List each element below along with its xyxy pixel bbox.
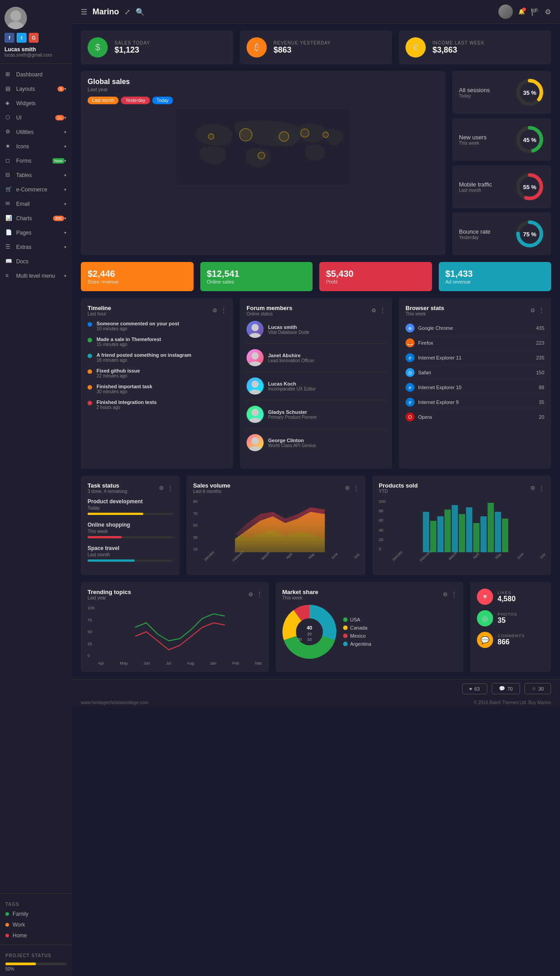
forum-settings-icon[interactable]: ⚙	[371, 307, 376, 314]
task-shopping-sublabel: This week	[88, 529, 173, 534]
browser-panel: Browser stats This week ⚙ ⋮ ⊕ Google Chr…	[399, 298, 551, 469]
task-item-shopping: Online shopping This week	[88, 522, 173, 538]
menu-icon[interactable]: ☰	[81, 8, 87, 16]
tag-label-home: Home	[13, 932, 27, 939]
forum-more-icon[interactable]: ⋮	[380, 307, 385, 314]
tag-label-work: Work	[13, 922, 25, 928]
sidebar-item-email[interactable]: ✉Email▾	[0, 197, 72, 211]
sidebar-item-dashboard[interactable]: ⊞Dashboard	[0, 67, 72, 82]
global-sales-title: Global sales	[88, 78, 439, 86]
trending-subtitle: Last year	[88, 595, 131, 600]
sidebar-item-layouts[interactable]: ▤Layouts9▾	[0, 82, 72, 96]
market-actions: ⚙ ⋮	[443, 591, 457, 598]
sidebar-item-extras[interactable]: ☰Extras▾	[0, 240, 72, 254]
timeline-item-3: A friend posted something on instagram 1…	[88, 352, 226, 363]
sales-vol-more-icon[interactable]: ⋮	[353, 485, 359, 491]
notification-bell[interactable]: 🔔	[518, 9, 525, 15]
layouts-icon: ▤	[5, 85, 13, 93]
task-more-icon[interactable]: ⋮	[168, 485, 173, 491]
revenue-value: $863	[273, 45, 331, 55]
project-progress-label: 50%	[5, 967, 66, 972]
donut-users-value: 45 %	[523, 136, 537, 143]
google-icon[interactable]: G	[29, 33, 39, 43]
topbar-search-icon[interactable]: 🔍	[136, 8, 145, 16]
metric-sessions-label: All sessions	[459, 87, 490, 93]
member-title-1: Vital Database Dude	[268, 330, 309, 335]
market-settings-icon[interactable]: ⚙	[443, 591, 448, 598]
trending-chart-area: Apr May Jun Jul Aug Jan Feb Mar	[98, 605, 262, 665]
sidebar-item-widgets[interactable]: ◈Widgets	[0, 96, 72, 111]
sidebar-item-multilevel[interactable]: ≡Multi level menu▾	[0, 269, 72, 283]
sidebar-item-tables[interactable]: ⊟Tables▾	[0, 168, 72, 182]
comment-action-btn[interactable]: 💬 70	[492, 683, 520, 694]
likes-label: LIKES	[498, 590, 516, 595]
like-action-btn[interactable]: ♥ 63	[462, 683, 487, 694]
sidebar-item-ui[interactable]: ⬡UI21▾	[0, 111, 72, 125]
twitter-icon[interactable]: t	[17, 33, 26, 43]
svg-point-1	[8, 22, 24, 29]
ty-75: 75	[88, 618, 94, 622]
browser-actions: ⚙ ⋮	[530, 307, 544, 314]
timeline-more-icon[interactable]: ⋮	[221, 307, 226, 314]
sales-vol-settings-icon[interactable]: ⚙	[345, 485, 350, 491]
topbar-avatar[interactable]	[498, 4, 513, 19]
browser-opera-count: 20	[539, 414, 544, 420]
timeline-settings-icon[interactable]: ⚙	[212, 307, 217, 314]
sidebar-item-ecommerce[interactable]: 🛒e-Commerce▾	[0, 182, 72, 197]
tag-family[interactable]: Family	[0, 909, 72, 919]
online-sales-value: $12,541	[207, 269, 306, 279]
three-col-section: Timeline Last hour ⚙ ⋮ Someone commented…	[72, 298, 560, 475]
sidebar-item-icons[interactable]: ★Icons▾	[0, 139, 72, 154]
heart-icon: ♥	[477, 589, 493, 605]
browser-settings-icon[interactable]: ⚙	[530, 307, 535, 314]
svg-point-22	[249, 390, 261, 395]
facebook-icon[interactable]: f	[4, 33, 14, 43]
flag-icon[interactable]: 🏴	[530, 8, 539, 16]
member-name-5: George Clinton	[268, 438, 316, 443]
dashboard-icon: ⊞	[5, 71, 13, 78]
task-settings-icon[interactable]: ⚙	[159, 485, 164, 491]
products-more-icon[interactable]: ⋮	[539, 485, 544, 491]
charts-badge: 800	[53, 216, 64, 221]
browser-more-icon[interactable]: ⋮	[539, 307, 544, 314]
tag-work[interactable]: Work	[0, 919, 72, 930]
member-avatar-4	[247, 406, 264, 423]
browser-header-left: Browser stats This week	[406, 305, 444, 316]
social-comments: 💬 COMMENTS 866	[477, 632, 544, 648]
sidebar-item-forms[interactable]: ◻FormsNew▾	[0, 154, 72, 168]
tag-home[interactable]: Home	[0, 930, 72, 941]
svg-rect-2	[176, 109, 350, 185]
filter-lastmonth[interactable]: Last month	[88, 97, 119, 104]
stat-card-income: € INCOME LAST WEEK $3,863	[399, 31, 551, 64]
tag-dot-family	[5, 912, 9, 916]
sidebar-item-utilities[interactable]: ⚙Utilities▾	[0, 125, 72, 139]
trending-more-icon[interactable]: ⋮	[257, 591, 262, 598]
global-map-panel: Global sales Last year Last month Yester…	[81, 71, 445, 255]
filter-today[interactable]: Today	[152, 97, 173, 104]
trending-row: Trending topics Last year ⚙ ⋮ 100 75 50 …	[72, 582, 560, 679]
timeline-item-1: Someone commented on your post 10 minute…	[88, 321, 226, 331]
browser-chrome-count: 435	[536, 325, 544, 331]
star-action-btn[interactable]: ☆ 30	[525, 683, 551, 694]
timeline-item-2: Made a sale in Themeforest 15 minutes ag…	[88, 337, 226, 347]
browser-ie9-name: Internet Explorer 9	[418, 399, 459, 405]
sidebar-item-charts[interactable]: 📊Charts800▾	[0, 211, 72, 226]
forum-actions: ⚙ ⋮	[371, 307, 385, 314]
sidebar-item-pages[interactable]: 📄Pages▾	[0, 226, 72, 240]
task-space-bar	[88, 559, 135, 562]
sidebar-item-docs[interactable]: 📖Docs	[0, 254, 72, 269]
trending-settings-icon[interactable]: ⚙	[248, 591, 253, 598]
star-btn-count: 30	[538, 686, 544, 692]
py-20: 20	[379, 537, 386, 542]
products-settings-icon[interactable]: ⚙	[530, 485, 535, 491]
trending-actions: ⚙ ⋮	[248, 591, 262, 598]
browser-ie11-left: e Internet Explorer 11	[406, 353, 462, 362]
pages-icon: 📄	[5, 229, 13, 236]
svg-rect-33	[466, 507, 472, 552]
settings-icon[interactable]: ⚙	[545, 8, 551, 16]
timeline-time-4: 22 minutes ago	[97, 373, 140, 378]
market-more-icon[interactable]: ⋮	[451, 591, 457, 598]
camera-icon: ◎	[477, 610, 493, 626]
expand-icon[interactable]: ⤢	[124, 8, 130, 16]
filter-yesterday[interactable]: Yesterday	[121, 97, 150, 104]
